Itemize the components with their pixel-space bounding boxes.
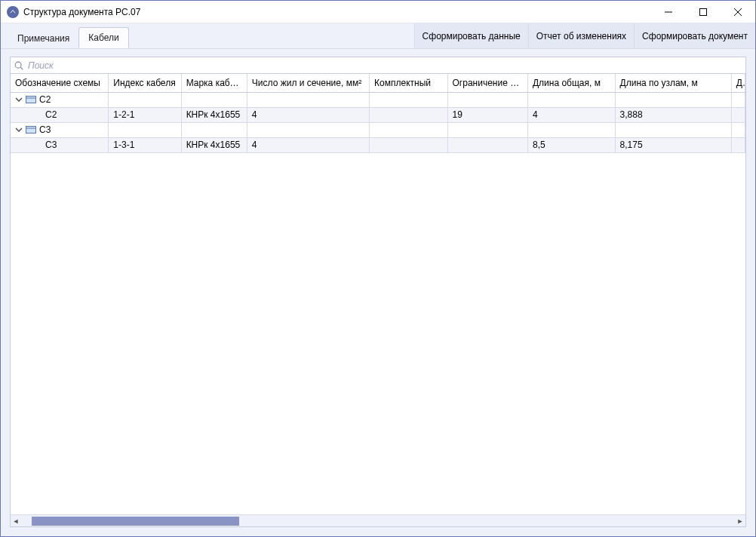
col-length-total[interactable]: Длина общая, м xyxy=(527,74,615,92)
window-title: Структура документа РС.07 xyxy=(23,7,140,17)
form-data-button[interactable]: Сформировать данные xyxy=(414,23,528,48)
svg-rect-2 xyxy=(700,8,707,15)
tab-cables[interactable]: Кабели xyxy=(78,27,128,48)
col-cable-index[interactable]: Индекс кабеля xyxy=(109,74,181,92)
group-label: С3 xyxy=(39,124,51,135)
cell-index: 1-2-1 xyxy=(109,107,181,122)
change-report-button[interactable]: Отчет об изменениях xyxy=(528,23,634,48)
col-scheme[interactable]: Обозначение схемы xyxy=(11,74,109,92)
close-button[interactable] xyxy=(721,1,755,23)
col-cores-section[interactable]: Число жил и сечение, мм² xyxy=(247,74,369,92)
toolbar: Примечания Кабели Сформировать данные От… xyxy=(1,23,755,49)
col-length-nodes[interactable]: Длина по узлам, м xyxy=(615,74,731,92)
svg-rect-9 xyxy=(26,127,36,133)
table-row[interactable]: С3 xyxy=(11,122,745,137)
col-length-limit[interactable]: Ограничение дли xyxy=(447,74,527,92)
cell-index: 1-3-1 xyxy=(109,137,181,152)
tabstrip: Примечания Кабели xyxy=(1,23,129,48)
scroll-left-icon[interactable]: ◄ xyxy=(11,516,21,526)
scroll-track[interactable] xyxy=(32,516,724,526)
svg-rect-7 xyxy=(26,97,36,103)
cell-mark: КНРк 4х1655 xyxy=(181,137,247,152)
titlebar: Структура документа РС.07 xyxy=(1,1,755,23)
table-row[interactable]: С3 1-3-1 КНРк 4х1655 4 8,5 8,175 xyxy=(11,137,745,152)
cell-nodes: 8,175 xyxy=(615,137,731,152)
cell-total: 4 xyxy=(527,107,615,122)
cell-komp xyxy=(370,107,447,122)
scroll-right-icon[interactable]: ► xyxy=(735,516,745,526)
chevron-down-icon[interactable] xyxy=(15,96,23,103)
cell-scheme: С2 xyxy=(45,109,57,120)
search-icon xyxy=(14,60,24,71)
minimize-button[interactable] xyxy=(651,1,686,23)
horizontal-scrollbar[interactable]: ◄ ► xyxy=(11,514,745,526)
svg-line-6 xyxy=(20,67,23,69)
header-row[interactable]: Обозначение схемы Индекс кабеля Марка ка… xyxy=(11,74,745,92)
cell-limit: 19 xyxy=(447,107,527,122)
cell-komp xyxy=(370,137,447,152)
schema-icon xyxy=(26,125,36,134)
cell-limit xyxy=(447,137,527,152)
form-document-button[interactable]: Сформировать документ xyxy=(634,23,755,48)
cell-cores: 4 xyxy=(247,137,369,152)
col-complete[interactable]: Комплектный xyxy=(370,74,447,92)
scroll-thumb[interactable] xyxy=(32,517,239,526)
cell-total: 8,5 xyxy=(527,137,615,152)
cell-nodes: 3,888 xyxy=(615,107,731,122)
search-input[interactable] xyxy=(26,60,742,72)
client-area: Примечания Кабели Сформировать данные От… xyxy=(1,23,755,536)
grid: Обозначение схемы Индекс кабеля Марка ка… xyxy=(11,74,745,526)
app-icon xyxy=(7,6,19,18)
schema-icon xyxy=(26,95,36,104)
search-bar xyxy=(11,57,745,74)
content-panel: Обозначение схемы Индекс кабеля Марка ка… xyxy=(10,57,746,527)
col-overflow[interactable]: Д xyxy=(731,74,745,92)
data-table[interactable]: Обозначение схемы Индекс кабеля Марка ка… xyxy=(11,74,745,153)
table-row[interactable]: С2 xyxy=(11,92,745,107)
col-cable-mark[interactable]: Марка кабеля xyxy=(181,74,247,92)
tab-notes[interactable]: Примечания xyxy=(8,29,78,48)
table-row[interactable]: С2 1-2-1 КНРк 4х1655 4 19 4 3,888 xyxy=(11,107,745,122)
maximize-button[interactable] xyxy=(686,1,721,23)
group-label: С2 xyxy=(39,94,51,105)
cell-mark: КНРк 4х1655 xyxy=(181,107,247,122)
cell-scheme: С3 xyxy=(45,140,57,150)
svg-point-5 xyxy=(15,62,21,68)
chevron-down-icon[interactable] xyxy=(15,126,23,133)
cell-cores: 4 xyxy=(247,107,369,122)
